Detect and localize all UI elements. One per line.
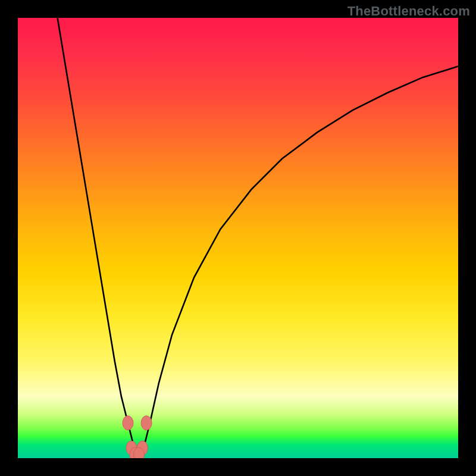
curve-marker [141, 416, 152, 430]
curve-layer [18, 18, 458, 458]
curve-marker [134, 447, 145, 458]
curve-markers [123, 416, 152, 458]
bottleneck-curve-path [58, 18, 458, 453]
chart-frame: TheBottleneck.com [0, 0, 476, 476]
curve-marker [123, 416, 133, 430]
bottleneck-curve [58, 18, 458, 453]
attribution-watermark: TheBottleneck.com [347, 4, 470, 19]
plot-area [18, 18, 458, 458]
